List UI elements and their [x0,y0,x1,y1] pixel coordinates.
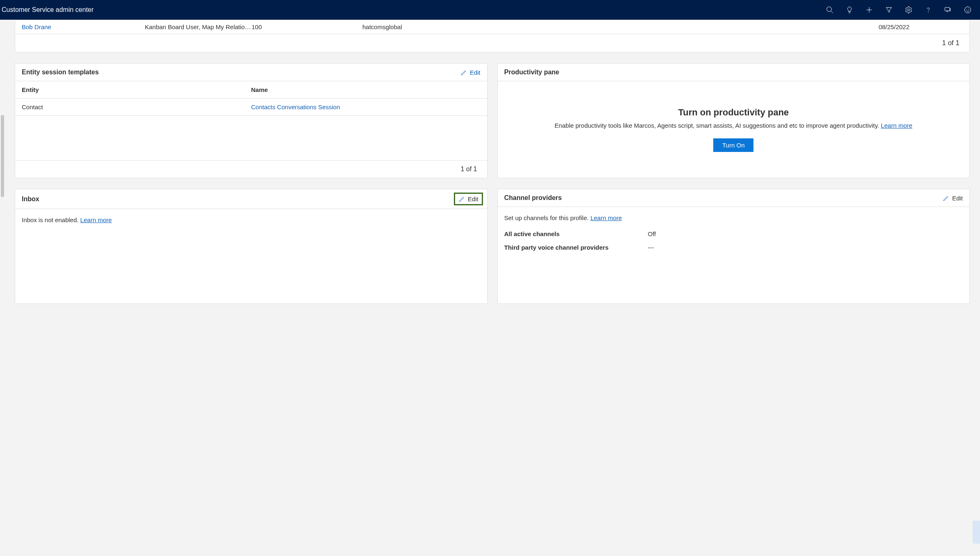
channel-active-value: Off [648,230,963,237]
channel-learn-more-link[interactable]: Learn more [591,214,622,221]
productivity-learn-more-link[interactable]: Learn more [881,122,912,129]
svg-point-4 [908,9,910,11]
user-roles: Kanban Board User, Map My Relatio… [145,23,252,30]
chat-icon[interactable] [938,0,958,20]
channel-edit-button[interactable]: Edit [943,195,963,202]
session-template-link[interactable]: Contacts Conversations Session [251,103,481,110]
channel-title: Channel providers [504,194,562,202]
entity-session-title: Entity session templates [22,69,99,76]
entity-pager: 1 of 1 [15,160,487,178]
scrollbar-indicator[interactable] [1,115,4,197]
user-date: 08/25/2022 [444,23,963,30]
col-name: Name [251,86,481,93]
add-icon[interactable] [859,0,879,20]
entity-session-edit-button[interactable]: Edit [460,69,481,76]
svg-point-7 [965,7,971,13]
pencil-icon [460,69,467,76]
productivity-card: Productivity pane Turn on productivity p… [497,63,970,178]
app-title: Customer Service admin center [2,6,94,14]
svg-point-5 [928,12,929,12]
app-header: Customer Service admin center [0,0,980,20]
user-org: hatcomsglobal [362,23,444,30]
lightbulb-icon[interactable] [840,0,859,20]
inbox-title: Inbox [22,195,39,203]
channel-thirdparty-value: --- [648,244,963,251]
users-table-card: Bob Drane Kanban Board User, Map My Rela… [15,20,970,53]
pencil-icon [943,195,950,202]
svg-line-1 [831,11,833,13]
filter-icon[interactable] [879,0,899,20]
entity-session-card: Entity session templates Edit Entity Nam… [15,63,488,178]
user-capacity: 100 [252,23,362,30]
svg-point-8 [966,9,967,9]
channel-lead: Set up channels for this profile. [504,214,591,221]
channel-row-thirdparty: Third party voice channel providers --- [504,241,963,254]
help-icon[interactable] [918,0,938,20]
inbox-learn-more-link[interactable]: Learn more [80,216,112,223]
inbox-card: Inbox Edit Inbox is not enabled. Learn m… [15,189,488,304]
channel-row-active: All active channels Off [504,227,963,241]
users-pager: 1 of 1 [15,34,969,52]
pencil-icon [458,195,465,202]
col-entity: Entity [22,86,251,93]
svg-point-0 [827,7,832,12]
inbox-status-text: Inbox is not enabled. [22,216,80,223]
svg-point-9 [969,9,969,9]
search-icon[interactable] [820,0,840,20]
user-name-link[interactable]: Bob Drane [22,23,145,30]
svg-rect-6 [945,7,950,11]
inbox-edit-highlight: Edit [454,193,483,205]
table-row[interactable]: Bob Drane Kanban Board User, Map My Rela… [15,20,969,34]
smiley-icon[interactable] [958,0,978,20]
turn-on-button[interactable]: Turn On [713,138,753,152]
table-row[interactable]: Contact Contacts Conversations Session [15,99,487,116]
inbox-edit-button[interactable]: Edit [458,195,479,202]
productivity-title: Productivity pane [504,69,559,76]
settings-icon[interactable] [899,0,918,20]
channel-providers-card: Channel providers Edit Set up channels f… [497,189,970,304]
productivity-desc: Enable productivity tools like Marcos, A… [554,121,912,131]
productivity-heading: Turn on productivity pane [678,107,789,118]
entity-cell: Contact [22,103,251,110]
